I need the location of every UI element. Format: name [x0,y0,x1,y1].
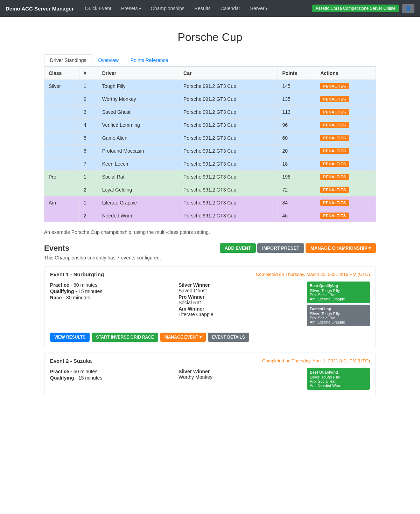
row-number: 1 [79,171,98,183]
penalties-button[interactable]: PENALTIES [320,187,349,193]
table-row: Pro 1 Social Rat Porsche 991.2 GT3 Cup 1… [44,171,376,183]
row-number: 2 [79,209,98,222]
row-class [44,145,79,158]
row-driver: Game Alien [98,132,179,145]
session-info: Practice - 60 minutes [50,282,172,288]
row-class [44,132,79,145]
row-points: 46 [278,209,316,222]
page-content: Porsche Cup Driver Standings Overview Po… [38,17,382,409]
event-name: Event 1 - Nurburgring [50,271,104,277]
row-actions: PENALTIES [316,158,376,171]
row-car: Porsche 991.2 GT3 Cup [179,196,278,209]
row-points: 196 [278,171,316,183]
row-number: 3 [79,106,98,119]
events-list: Event 1 - Nurburgring Completed on Thurs… [44,266,376,396]
row-car: Porsche 991.2 GT3 Cup [179,119,278,132]
event-card-header: Event 1 - Nurburgring Completed on Thurs… [50,271,370,277]
view-results-button[interactable]: VIEW RESULTS [50,333,90,342]
server-status-badge[interactable]: Assetto Corsa Competizione Server Online [312,5,399,12]
row-car: Porsche 991.2 GT3 Cup [179,80,278,93]
row-car: Porsche 991.2 GT3 Cup [179,106,278,119]
row-car: Porsche 991.2 GT3 Cup [179,209,278,222]
import-preset-button[interactable]: IMPORT PRESET [257,243,304,253]
penalties-button[interactable]: PENALTIES [320,213,349,219]
events-header: Events ADD EVENT IMPORT PRESET MANAGE CH… [44,243,376,253]
nav-championships[interactable]: Championships [147,3,189,14]
winner-info: Pro WinnerSocial Rat [178,294,300,305]
row-number: 1 [79,80,98,93]
penalties-button[interactable]: PENALTIES [320,161,349,167]
event-details-button[interactable]: EVENT DETAILS [208,333,249,342]
table-row: 5 Game Alien Porsche 991.2 GT3 Cup 60 PE… [44,132,376,145]
penalties-button[interactable]: PENALTIES [320,109,349,115]
row-points: 18 [278,158,316,171]
row-driver: Profound Moccasin [98,145,179,158]
nav-results[interactable]: Results [190,3,215,14]
nav-presets[interactable]: Presets [117,3,145,14]
tab-points-reference[interactable]: Points Reference [125,54,174,66]
tab-overview[interactable]: Overview [92,54,125,66]
navbar-brand[interactable]: Demo ACC Server Manager [6,6,74,12]
row-class [44,183,79,196]
nav-server[interactable]: Server [246,3,272,14]
start-inverse-grid-race-button[interactable]: START INVERSE GRID RACE [92,333,158,342]
session-info: Qualifying - 15 minutes [50,289,172,294]
row-actions: PENALTIES [316,183,376,196]
row-points: 135 [278,93,316,106]
row-number: 1 [79,196,98,209]
event-winners: Silver WinnerWorthy Monkey [178,368,300,391]
row-number: 4 [79,119,98,132]
row-car: Porsche 991.2 GT3 Cup [179,93,278,106]
event-name: Event 2 - Suzuka [50,358,92,364]
row-actions: PENALTIES [316,209,376,222]
penalties-button[interactable]: PENALTIES [320,83,349,89]
nav-calendar[interactable]: Calendar [216,3,245,14]
manage-event-button[interactable]: MANAGE EVENT ▾ [160,333,206,342]
penalties-button[interactable]: PENALTIES [320,174,349,180]
col-class: Class [44,67,79,80]
event-actions: VIEW RESULTSSTART INVERSE GRID RACEMANAG… [50,333,370,342]
penalties-button[interactable]: PENALTIES [320,96,349,102]
event-winners: Silver WinnerSaved GhostPro WinnerSocial… [178,282,300,328]
penalties-button[interactable]: PENALTIES [320,148,349,154]
penalties-button[interactable]: PENALTIES [320,200,349,206]
add-event-button[interactable]: ADD EVENT [220,243,256,253]
session-info: Race - 30 minutes [50,295,172,300]
page-title: Porsche Cup [44,31,376,44]
row-driver: Needed Worm [98,209,179,222]
penalties-button[interactable]: PENALTIES [320,135,349,141]
event-status: Completed on Thursday, April 1, 2021 8:2… [262,358,370,363]
row-class: Am [44,196,79,209]
event-quals: Best Qualifying Silver: Tough FillyPro: … [307,368,370,391]
row-class: Silver [44,80,79,93]
event-body: Practice - 60 minutesQualifying - 15 min… [50,282,370,328]
navbar-right: Assetto Corsa Competizione Server Online… [312,4,414,13]
penalties-button[interactable]: PENALTIES [320,122,349,128]
row-driver: Tough Filly [98,80,179,93]
tab-driver-standings[interactable]: Driver Standings [44,54,92,66]
user-menu-button[interactable]: 👤 [402,4,414,13]
event-card-header: Event 2 - Suzuka Completed on Thursday, … [50,358,370,364]
event-sessions: Practice - 60 minutesQualifying - 15 min… [50,282,172,328]
row-actions: PENALTIES [316,196,376,209]
row-points: 113 [278,106,316,119]
row-points: 84 [278,196,316,209]
row-driver: Social Rat [98,171,179,183]
row-driver: Worthy Monkey [98,93,179,106]
row-points: 72 [278,183,316,196]
row-points: 60 [278,132,316,145]
col-num: # [79,67,98,80]
row-car: Porsche 991.2 GT3 Cup [179,158,278,171]
row-class [44,93,79,106]
event-card: Event 1 - Nurburgring Completed on Thurs… [44,266,376,347]
event-sessions: Practice - 60 minutesQualifying - 15 min… [50,368,172,391]
manage-championship-button[interactable]: MANAGE CHAMPIONSHIP ▾ [306,243,376,253]
nav-quick-event[interactable]: Quick Event [81,3,115,14]
standings-table: Class # Driver Car Points Actions Silver… [44,67,376,222]
col-points: Points [278,67,316,80]
event-card: Event 2 - Suzuka Completed on Thursday, … [44,353,376,396]
event-body: Practice - 60 minutesQualifying - 15 min… [50,368,370,391]
row-actions: PENALTIES [316,106,376,119]
winner-info: Silver WinnerWorthy Monkey [178,369,300,380]
row-actions: PENALTIES [316,80,376,93]
